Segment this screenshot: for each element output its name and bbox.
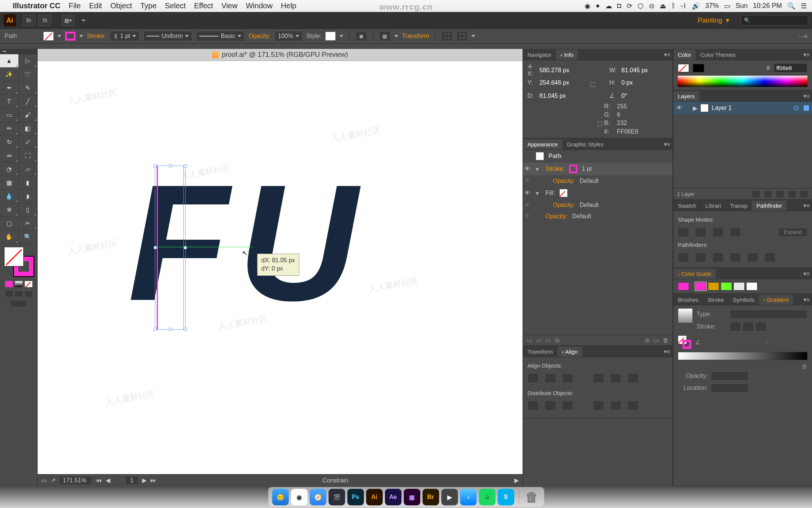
align-panel-button[interactable]: ▦ [379,31,391,41]
toolbox-collapse[interactable]: ◂◂ [0,49,37,54]
mesh-tool[interactable]: ▦ [0,176,19,190]
app-name[interactable]: Illustrator CC [13,2,61,10]
divide[interactable] [678,252,689,262]
draw-inside[interactable] [24,291,33,297]
graphic-styles-tab[interactable]: Graphic Styles [562,139,608,149]
fill-swatch[interactable] [678,64,689,72]
fill-swatch[interactable] [43,32,54,41]
layer-thumbnail[interactable] [700,104,709,112]
menu-type[interactable]: Type [140,2,156,10]
appearance-tab[interactable]: Appearance [523,139,562,149]
perspective-tool[interactable]: ▱ [19,163,38,176]
duplicate-button[interactable]: ▭ [653,337,659,344]
align-tab[interactable]: ‹ Align [557,347,582,357]
eject-icon[interactable]: ⏏ [660,2,666,10]
transparency-tab[interactable]: Transp [726,201,752,211]
wifi-icon[interactable]: ◦⌇ [681,2,686,10]
opacity-link[interactable]: Opacity: [553,178,575,184]
align-top[interactable] [593,373,604,383]
fill-stroke-indicator[interactable] [4,247,33,276]
dock-skype[interactable]: S [498,489,514,505]
panel-menu-icon[interactable]: ▾≡ [803,93,810,100]
direct-selection-tool[interactable]: ▷ [19,54,38,68]
gradient-mode[interactable] [15,281,23,287]
add-stroke-button[interactable]: ▭ [536,337,542,344]
disclosure-icon[interactable]: ▶ [693,105,697,112]
align-bottom[interactable] [627,373,639,383]
artboard-last[interactable]: ⏭ [150,477,156,484]
stroke-weight-value[interactable]: 1 pt [582,166,592,172]
delete-stop[interactable]: 🗑 [801,363,807,370]
menu-file[interactable]: File [69,2,81,10]
fill-color-swatch[interactable] [559,189,568,197]
dist-bottom[interactable] [562,401,573,411]
stock-button[interactable]: St [38,15,51,26]
rotate-tool[interactable]: ↻ [0,135,19,149]
lasso-tool[interactable]: ➰ [19,68,38,81]
new-art-button[interactable]: ▭ [527,337,532,344]
target-icon[interactable] [794,106,798,110]
intersect[interactable] [712,227,724,237]
document-tab[interactable]: proof.ai* @ 171.51% (RGB/GPU Preview) [38,49,523,61]
color-guide-tab[interactable]: ‹ Color Guide [673,269,716,279]
menu-edit[interactable]: Edit [89,2,102,10]
pen-tool[interactable]: ✒ [0,81,19,95]
eyedropper-tool[interactable]: 💧 [0,190,19,203]
visibility-toggle[interactable]: 👁 [524,190,531,196]
layer-name[interactable]: Layer 1 [712,105,732,111]
stroke-swatch[interactable] [693,64,704,72]
style-swatch[interactable] [325,32,336,41]
menu-effect[interactable]: Effect [194,2,213,10]
stop-opacity[interactable] [711,371,748,380]
outline[interactable] [747,252,758,262]
guide-sw[interactable] [733,282,745,291]
draw-behind[interactable] [15,291,23,297]
status-dot-icon[interactable]: ● [596,2,600,10]
add-effect-button[interactable]: fx. [555,337,561,344]
cloud-icon[interactable]: ☁ [605,2,612,10]
opacity-link[interactable]: Opacity: [545,213,568,220]
cc-icon[interactable]: ◉ [585,2,591,10]
symbols-tab[interactable]: Symbols [728,295,759,305]
disclosure-icon[interactable]: ▾ [536,166,541,173]
bluetooth-icon[interactable]: ᛒ [671,2,676,10]
stroke-label[interactable]: Stroke: [87,33,106,40]
panel-menu-icon[interactable]: ▾≡ [664,141,670,148]
paintbrush-tool[interactable]: 🖌 [19,108,38,122]
status-icon2[interactable]: ↗ [51,477,56,484]
graph-tool[interactable]: ▯ [19,203,38,217]
magic-wand-tool[interactable]: ✨ [0,68,19,81]
transform-tab[interactable]: Transform [523,347,557,357]
none-mode[interactable] [24,281,33,287]
gradient-aspect[interactable] [774,337,807,347]
dist-hcenter[interactable] [610,401,621,411]
panel-menu-icon[interactable]: ⋯≡ [798,33,807,40]
type-tool[interactable]: T [0,95,19,108]
gradient-slider[interactable] [678,352,807,360]
panel-menu-icon[interactable]: ▾≡ [664,348,670,355]
panel-menu-icon[interactable]: ▾≡ [664,51,670,58]
dock-aftereffects[interactable]: Ae [385,489,401,505]
color-mode[interactable] [5,281,13,287]
status-icon[interactable]: ▭ [41,477,47,484]
new-layer-button[interactable] [788,190,796,198]
grad-stroke-1[interactable] [730,322,741,332]
stroke-tab[interactable]: Stroke [703,295,728,305]
clear-button[interactable]: ⊘ [645,337,650,344]
expand-button[interactable]: Expand [779,228,807,237]
dock-bridge[interactable]: Br [423,489,439,505]
guide-sw[interactable] [708,282,719,291]
fill-color-icon[interactable] [4,247,24,266]
arrange-docs-button[interactable]: ▦▾ [62,15,74,26]
menu-select[interactable]: Select [165,2,186,10]
make-clip-button[interactable] [764,190,772,198]
align-left[interactable] [527,373,539,383]
brushes-tab[interactable]: Brushes [673,295,703,305]
align-vcenter[interactable] [610,373,621,383]
visibility-toggle[interactable]: 👁 [676,105,682,111]
record-icon[interactable]: ◘ [617,2,621,10]
clock-time[interactable]: 10:26 PM [753,2,782,10]
info-tab[interactable]: ‹ Info [556,50,578,60]
recolor-button[interactable]: ◉ [356,31,367,41]
symbol-sprayer-tool[interactable]: ✲ [0,203,19,217]
